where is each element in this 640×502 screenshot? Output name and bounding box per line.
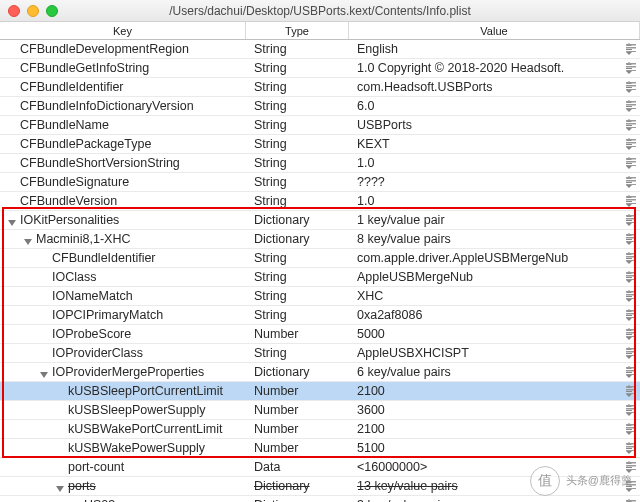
- cell-key[interactable]: CFBundleDevelopmentRegion: [0, 42, 246, 56]
- row-menu-icon[interactable]: [626, 101, 636, 111]
- cell-key[interactable]: CFBundlePackageType: [0, 137, 246, 151]
- cell-key[interactable]: CFBundleName: [0, 118, 246, 132]
- cell-value[interactable]: com.Headsoft.USBPorts: [349, 80, 640, 94]
- cell-value[interactable]: 2100: [349, 422, 640, 436]
- cell-value[interactable]: KEXT: [349, 137, 640, 151]
- cell-value[interactable]: 3600: [349, 403, 640, 417]
- table-row[interactable]: IOPCIPrimaryMatchString0xa2af8086: [0, 306, 640, 325]
- cell-key[interactable]: IOProbeScore: [0, 327, 246, 341]
- table-row[interactable]: Macmini8,1-XHCDictionary8 key/value pair…: [0, 230, 640, 249]
- cell-value[interactable]: 13 key/value pairs: [349, 479, 640, 493]
- cell-type[interactable]: String: [246, 270, 349, 284]
- table-row[interactable]: port-countData<16000000>: [0, 458, 640, 477]
- cell-type[interactable]: Number: [246, 422, 349, 436]
- table-row[interactable]: IOProbeScoreNumber5000: [0, 325, 640, 344]
- table-row[interactable]: CFBundleDevelopmentRegionStringEnglish: [0, 40, 640, 59]
- cell-type[interactable]: Number: [246, 327, 349, 341]
- cell-value[interactable]: com.apple.driver.AppleUSBMergeNub: [349, 251, 640, 265]
- cell-value[interactable]: AppleUSBMergeNub: [349, 270, 640, 284]
- cell-type[interactable]: Dictionary: [246, 213, 349, 227]
- cell-value[interactable]: XHC: [349, 289, 640, 303]
- table-row[interactable]: CFBundleInfoDictionaryVersionString6.0: [0, 97, 640, 116]
- cell-value[interactable]: USBPorts: [349, 118, 640, 132]
- cell-value[interactable]: <16000000>: [349, 460, 640, 474]
- cell-type[interactable]: Dictionary: [246, 365, 349, 379]
- table-row[interactable]: IOKitPersonalitiesDictionary1 key/value …: [0, 211, 640, 230]
- table-row[interactable]: CFBundleVersionString1.0: [0, 192, 640, 211]
- cell-type[interactable]: String: [246, 194, 349, 208]
- cell-type[interactable]: String: [246, 175, 349, 189]
- cell-value[interactable]: 2100: [349, 384, 640, 398]
- cell-value[interactable]: 5000: [349, 327, 640, 341]
- table-row[interactable]: CFBundlePackageTypeStringKEXT: [0, 135, 640, 154]
- cell-type[interactable]: String: [246, 289, 349, 303]
- table-row[interactable]: CFBundleSignatureString????: [0, 173, 640, 192]
- cell-type[interactable]: String: [246, 308, 349, 322]
- table-row[interactable]: IONameMatchStringXHC: [0, 287, 640, 306]
- cell-value[interactable]: English: [349, 42, 640, 56]
- cell-key[interactable]: kUSBSleepPortCurrentLimit: [0, 384, 246, 398]
- table-row[interactable]: kUSBSleepPowerSupplyNumber3600: [0, 401, 640, 420]
- row-menu-icon[interactable]: [626, 405, 636, 415]
- row-menu-icon[interactable]: [626, 82, 636, 92]
- cell-type[interactable]: String: [246, 42, 349, 56]
- cell-value[interactable]: 6 key/value pairs: [349, 365, 640, 379]
- cell-value[interactable]: 8 key/value pairs: [349, 232, 640, 246]
- cell-value[interactable]: 1.0: [349, 156, 640, 170]
- cell-type[interactable]: Data: [246, 460, 349, 474]
- cell-type[interactable]: Number: [246, 441, 349, 455]
- cell-value[interactable]: 1.0: [349, 194, 640, 208]
- cell-key[interactable]: CFBundleSignature: [0, 175, 246, 189]
- cell-type[interactable]: String: [246, 99, 349, 113]
- cell-key[interactable]: IOPCIPrimaryMatch: [0, 308, 246, 322]
- row-menu-icon[interactable]: [626, 272, 636, 282]
- row-menu-icon[interactable]: [626, 481, 636, 491]
- cell-key[interactable]: port-count: [0, 460, 246, 474]
- row-menu-icon[interactable]: [626, 234, 636, 244]
- table-row[interactable]: kUSBWakePortCurrentLimitNumber2100: [0, 420, 640, 439]
- row-menu-icon[interactable]: [626, 177, 636, 187]
- table-row[interactable]: IOClassStringAppleUSBMergeNub: [0, 268, 640, 287]
- cell-key[interactable]: CFBundleIdentifier: [0, 251, 246, 265]
- cell-type[interactable]: Number: [246, 384, 349, 398]
- table-row[interactable]: portsDictionary13 key/value pairs: [0, 477, 640, 496]
- table-row[interactable]: kUSBWakePowerSupplyNumber5100: [0, 439, 640, 458]
- row-menu-icon[interactable]: [626, 215, 636, 225]
- row-menu-icon[interactable]: [626, 253, 636, 263]
- cell-value[interactable]: ????: [349, 175, 640, 189]
- cell-value[interactable]: 5100: [349, 441, 640, 455]
- cell-key[interactable]: IOKitPersonalities: [0, 213, 246, 227]
- row-menu-icon[interactable]: [626, 196, 636, 206]
- disclosure-triangle-icon[interactable]: [8, 215, 18, 225]
- cell-type[interactable]: Number: [246, 403, 349, 417]
- cell-key[interactable]: kUSBSleepPowerSupply: [0, 403, 246, 417]
- cell-type[interactable]: Dictionary: [246, 479, 349, 493]
- row-menu-icon[interactable]: [626, 120, 636, 130]
- header-value[interactable]: Value: [349, 22, 640, 39]
- row-menu-icon[interactable]: [626, 367, 636, 377]
- row-menu-icon[interactable]: [626, 329, 636, 339]
- cell-key[interactable]: CFBundleInfoDictionaryVersion: [0, 99, 246, 113]
- cell-key[interactable]: IOProviderMergeProperties: [0, 365, 246, 379]
- cell-key[interactable]: ports: [0, 479, 246, 493]
- table-row[interactable]: CFBundleNameStringUSBPorts: [0, 116, 640, 135]
- cell-key[interactable]: CFBundleVersion: [0, 194, 246, 208]
- row-menu-icon[interactable]: [626, 158, 636, 168]
- table-row[interactable]: IOProviderMergePropertiesDictionary6 key…: [0, 363, 640, 382]
- cell-type[interactable]: String: [246, 118, 349, 132]
- cell-key[interactable]: CFBundleIdentifier: [0, 80, 246, 94]
- row-menu-icon[interactable]: [626, 386, 636, 396]
- row-menu-icon[interactable]: [626, 462, 636, 472]
- cell-type[interactable]: String: [246, 61, 349, 75]
- cell-key[interactable]: IOClass: [0, 270, 246, 284]
- cell-value[interactable]: AppleUSBXHCISPT: [349, 346, 640, 360]
- row-menu-icon[interactable]: [626, 44, 636, 54]
- cell-key[interactable]: IONameMatch: [0, 289, 246, 303]
- row-menu-icon[interactable]: [626, 348, 636, 358]
- cell-key[interactable]: CFBundleShortVersionString: [0, 156, 246, 170]
- table-row[interactable]: HS03Dictionary3 key/value pairs: [0, 496, 640, 502]
- table-row[interactable]: CFBundleIdentifierStringcom.Headsoft.USB…: [0, 78, 640, 97]
- row-menu-icon[interactable]: [626, 63, 636, 73]
- cell-key[interactable]: kUSBWakePortCurrentLimit: [0, 422, 246, 436]
- cell-key[interactable]: kUSBWakePowerSupply: [0, 441, 246, 455]
